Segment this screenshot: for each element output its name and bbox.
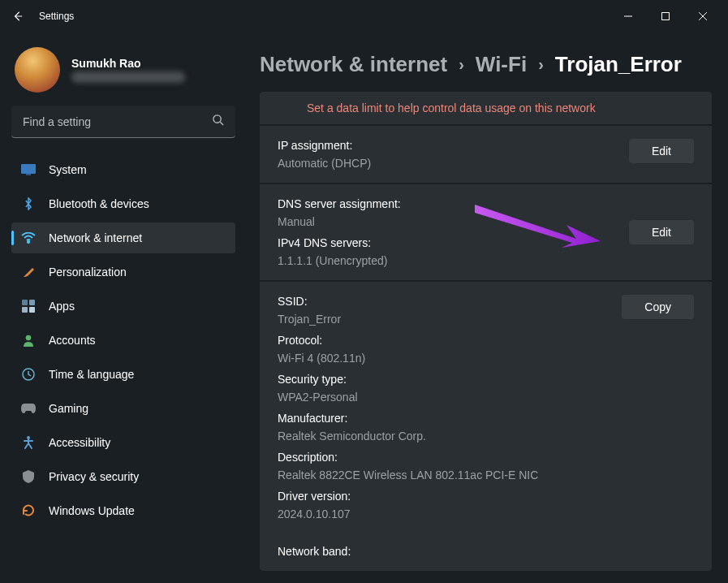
clock-icon [21, 367, 36, 382]
detail-value: Trojan_Error [278, 313, 612, 326]
chevron-right-icon: › [538, 55, 544, 74]
maximize-icon [661, 12, 670, 20]
titlebar: Settings [0, 0, 728, 32]
shield-icon [21, 469, 36, 484]
display-icon [21, 162, 36, 177]
sidebar-item-time[interactable]: Time & language [11, 359, 235, 390]
accessibility-icon [21, 435, 36, 450]
svg-point-9 [26, 335, 32, 341]
sidebar-item-accounts[interactable]: Accounts [11, 325, 235, 356]
sidebar-item-network[interactable]: Network & internet [11, 222, 235, 253]
detail-label: Manufacturer: [278, 412, 612, 425]
ip-assignment-section: IP assignment: Automatic (DHCP) Edit [260, 124, 712, 183]
breadcrumb: Network & internet › Wi-Fi › Trojan_Erro… [260, 52, 712, 77]
sidebar-item-privacy[interactable]: Privacy & security [11, 461, 235, 492]
dns-section: DNS server assignment: Manual IPv4 DNS s… [260, 183, 712, 280]
sidebar-item-apps[interactable]: Apps [11, 291, 235, 322]
ip-value: Automatic (DHCP) [278, 157, 619, 170]
section-body: DNS server assignment: Manual IPv4 DNS s… [278, 197, 619, 267]
section-body: SSID: Trojan_Error Protocol: Wi-Fi 4 (80… [278, 295, 612, 558]
detail-value: Wi-Fi 4 (802.11n) [278, 352, 612, 365]
copy-button[interactable]: Copy [622, 295, 694, 319]
bluetooth-icon [21, 196, 36, 211]
svg-rect-7 [22, 307, 28, 313]
dns-servers-label: IPv4 DNS servers: [278, 236, 619, 249]
detail-value: Realtek Semiconductor Corp. [278, 430, 612, 443]
edit-dns-button[interactable]: Edit [629, 220, 694, 244]
sidebar-item-label: Apps [49, 300, 75, 313]
detail-value: Realtek 8822CE Wireless LAN 802.11ac PCI… [278, 469, 612, 482]
chevron-right-icon: › [459, 55, 464, 74]
svg-rect-3 [26, 174, 31, 175]
sidebar-item-label: Bluetooth & devices [49, 197, 149, 210]
dns-assignment-label: DNS server assignment: [278, 197, 619, 210]
svg-rect-2 [21, 164, 36, 174]
edit-ip-button[interactable]: Edit [629, 139, 694, 163]
user-name: Sumukh Rao [71, 57, 185, 70]
svg-rect-0 [662, 13, 670, 20]
detail-label: Driver version: [278, 490, 612, 503]
sidebar-item-personalization[interactable]: Personalization [11, 257, 235, 287]
close-icon [699, 12, 707, 20]
sidebar-item-accessibility[interactable]: Accessibility [11, 427, 235, 458]
window-title: Settings [39, 11, 74, 22]
sidebar-item-bluetooth[interactable]: Bluetooth & devices [11, 188, 235, 219]
details-section: SSID: Trojan_Error Protocol: Wi-Fi 4 (80… [260, 280, 712, 571]
user-info: Sumukh Rao [71, 57, 185, 83]
sidebar-item-label: Accessibility [49, 436, 110, 449]
search-box[interactable] [11, 106, 235, 138]
data-limit-banner[interactable]: Set a data limit to help control data us… [260, 92, 712, 124]
sidebar-item-label: System [49, 163, 87, 176]
sidebar-item-label: Privacy & security [49, 470, 139, 483]
gamepad-icon [21, 401, 36, 416]
detail-value: 2024.0.10.107 [278, 507, 612, 520]
maximize-button[interactable] [647, 3, 684, 29]
sidebar-item-system[interactable]: System [11, 154, 235, 185]
paintbrush-icon [21, 265, 36, 279]
dns-servers-value: 1.1.1.1 (Unencrypted) [278, 254, 619, 267]
user-email-redacted [71, 71, 185, 83]
detail-label: Protocol: [278, 334, 612, 347]
detail-value: WPA2-Personal [278, 391, 612, 404]
search-icon [212, 114, 224, 129]
search-input[interactable] [23, 115, 212, 128]
sidebar-item-label: Windows Update [49, 504, 135, 517]
content: Network & internet › Wi-Fi › Trojan_Erro… [243, 32, 728, 583]
sidebar-item-label: Accounts [49, 334, 96, 347]
sidebar-item-label: Network & internet [49, 231, 142, 244]
sidebar-item-label: Time & language [49, 368, 134, 381]
avatar [15, 47, 60, 93]
ip-label: IP assignment: [278, 139, 619, 152]
detail-label: SSID: [278, 295, 612, 308]
main-container: Sumukh Rao System Bluetooth & devices Ne… [0, 32, 728, 583]
arrow-left-icon [12, 11, 24, 22]
sidebar-item-label: Personalization [49, 266, 127, 279]
minimize-icon [624, 12, 632, 20]
breadcrumb-wifi[interactable]: Wi-Fi [476, 52, 527, 77]
section-body: IP assignment: Automatic (DHCP) [278, 139, 619, 170]
sidebar: Sumukh Rao System Bluetooth & devices Ne… [0, 32, 243, 583]
close-button[interactable] [684, 3, 722, 29]
user-block[interactable]: Sumukh Rao [11, 41, 235, 106]
svg-point-4 [28, 241, 29, 243]
person-icon [21, 333, 36, 348]
svg-rect-6 [29, 300, 35, 305]
wifi-icon [21, 231, 36, 245]
nav-list: System Bluetooth & devices Network & int… [11, 154, 235, 526]
sidebar-item-update[interactable]: Windows Update [11, 495, 235, 526]
network-band-label: Network band: [278, 545, 612, 558]
sidebar-item-gaming[interactable]: Gaming [11, 393, 235, 424]
detail-label: Description: [278, 451, 612, 464]
svg-point-1 [213, 115, 221, 123]
minimize-button[interactable] [610, 3, 647, 29]
dns-assignment-value: Manual [278, 215, 619, 228]
sidebar-item-label: Gaming [49, 402, 88, 415]
svg-rect-8 [29, 307, 35, 313]
breadcrumb-root[interactable]: Network & internet [260, 52, 447, 77]
apps-icon [21, 299, 36, 313]
breadcrumb-current: Trojan_Error [555, 52, 682, 77]
back-button[interactable] [6, 5, 29, 28]
window-controls [610, 3, 722, 29]
detail-label: Security type: [278, 373, 612, 386]
settings-panel: Set a data limit to help control data us… [260, 92, 712, 571]
